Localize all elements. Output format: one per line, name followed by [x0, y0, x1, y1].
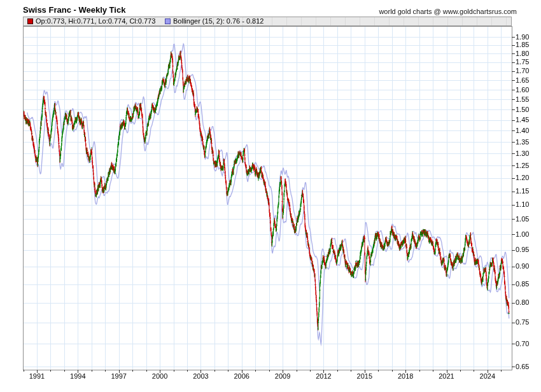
- y-tick-label: 1.15: [516, 187, 538, 195]
- y-tick-label: 0.95: [516, 246, 538, 253]
- x-tick-label: 1997: [105, 372, 133, 380]
- y-tick-label: 1.45: [516, 116, 538, 123]
- y-tick-label: 0.70: [516, 340, 538, 347]
- y-tick-label: 0.80: [516, 298, 538, 306]
- y-tick-label: 0.90: [516, 262, 538, 270]
- x-tick-label: 2006: [228, 372, 256, 380]
- ohlc-swatch-icon: [27, 18, 33, 24]
- y-tick-label: 1.00: [516, 230, 538, 238]
- page-title: Swiss Franc - Weekly Tick: [23, 5, 125, 15]
- y-tick-label: 1.80: [516, 50, 538, 57]
- bollinger-swatch-icon: [165, 18, 171, 24]
- x-tick-label: 2018: [391, 372, 419, 380]
- x-tick-label: 2015: [351, 372, 379, 380]
- y-tick-label: 1.60: [516, 86, 538, 94]
- y-tick-label: 1.20: [516, 174, 538, 181]
- y-tick-label: 1.85: [516, 41, 538, 48]
- x-tick-label: 1991: [23, 372, 51, 380]
- y-tick-label: 1.40: [516, 127, 538, 134]
- y-tick-label: 1.30: [516, 150, 538, 157]
- y-tick-label: 1.10: [516, 200, 538, 208]
- source-credit: world gold charts @ www.goldchartsrus.co…: [379, 8, 517, 15]
- bollinger-legend-label: Bollinger (15, 2): 0.76 - 0.812: [173, 17, 263, 25]
- x-tick-label: 2003: [186, 372, 214, 380]
- y-tick-label: 0.65: [516, 363, 538, 370]
- ohlc-legend-item: Op:0.773, Hi:0.771, Lo:0.774, Cl:0.773: [27, 17, 155, 25]
- y-tick-label: 0.75: [516, 318, 538, 326]
- x-tick-label: 2009: [269, 372, 297, 380]
- x-tick-label: 2024: [474, 372, 502, 380]
- y-tick-label: 1.35: [516, 138, 538, 146]
- legend-bar: Op:0.773, Hi:0.771, Lo:0.774, Cl:0.773 B…: [23, 17, 512, 26]
- x-tick-label: 2000: [146, 372, 174, 380]
- x-tick-label: 2021: [433, 372, 461, 380]
- y-tick-label: 1.75: [516, 58, 538, 66]
- ohlc-legend-label: Op:0.773, Hi:0.771, Lo:0.774, Cl:0.773: [36, 17, 155, 25]
- y-tick-label: 1.25: [516, 162, 538, 169]
- y-tick-label: 1.05: [516, 215, 538, 223]
- y-tick-label: 1.70: [516, 67, 538, 74]
- bollinger-legend-item: Bollinger (15, 2): 0.76 - 0.812: [165, 17, 263, 25]
- y-tick-label: 1.50: [516, 106, 538, 113]
- y-tick-label: 1.90: [516, 33, 538, 41]
- x-tick-label: 2012: [309, 372, 337, 380]
- y-tick-label: 1.55: [516, 95, 538, 103]
- y-tick-label: 0.85: [516, 280, 538, 288]
- chart-page: Swiss Franc - Weekly Tick world gold cha…: [0, 0, 541, 392]
- x-tick-label: 1994: [64, 372, 92, 380]
- price-chart-canvas: [0, 0, 541, 392]
- y-tick-label: 1.65: [516, 76, 538, 84]
